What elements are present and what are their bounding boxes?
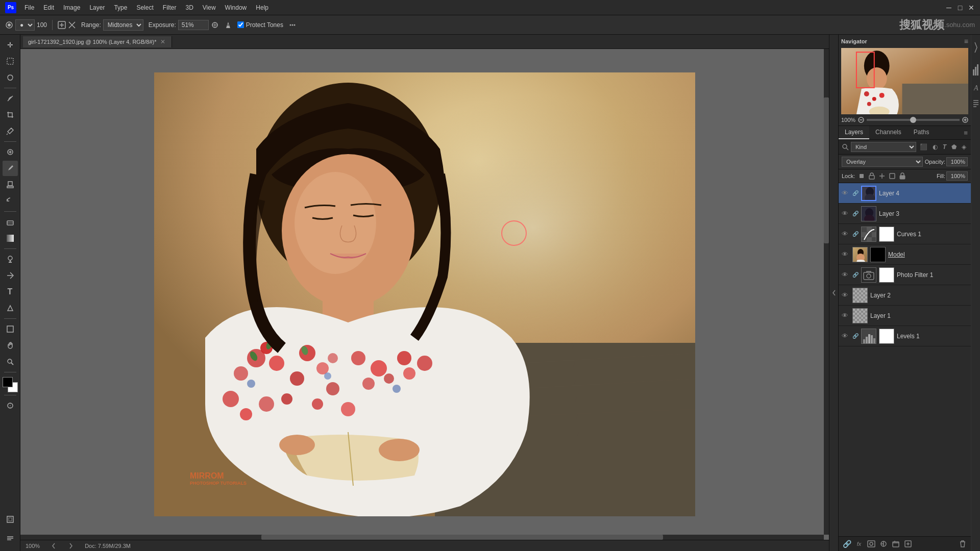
navigator-menu-btn[interactable]: ≡ bbox=[964, 37, 968, 45]
stamp-tool[interactable] bbox=[3, 177, 18, 192]
blend-mode-select[interactable]: Overlay bbox=[842, 157, 923, 167]
marquee-tool[interactable] bbox=[3, 54, 18, 69]
filter-shape-icon[interactable]: ⬟ bbox=[950, 142, 958, 152]
right-histogram-icon[interactable] bbox=[972, 62, 979, 77]
minimize-button[interactable]: ─ bbox=[945, 4, 952, 11]
layers-panel-menu-btn[interactable]: ≡ bbox=[961, 126, 971, 139]
zoom-slider-thumb[interactable] bbox=[910, 117, 916, 123]
menu-layer[interactable]: Layer bbox=[85, 2, 109, 13]
airbrush-icon[interactable] bbox=[224, 21, 232, 29]
close-button[interactable]: ✕ bbox=[968, 4, 975, 11]
eyedropper-tool[interactable] bbox=[3, 123, 18, 139]
tab-channels[interactable]: Channels bbox=[869, 126, 908, 139]
menu-file[interactable]: File bbox=[20, 2, 38, 13]
shape-tool[interactable] bbox=[3, 321, 18, 337]
layer-item-layer3[interactable]: 👁 🔗 Layer 3 bbox=[839, 204, 971, 224]
layer-item-levels1[interactable]: 👁 🔗 Levels 1 bbox=[839, 326, 971, 346]
pen-tool[interactable] bbox=[3, 268, 18, 283]
layer-visibility-model[interactable]: 👁 bbox=[842, 251, 850, 258]
quick-selection-tool[interactable] bbox=[3, 91, 18, 106]
tab-close-button[interactable]: ✕ bbox=[159, 38, 166, 45]
extra-icon[interactable] bbox=[288, 21, 297, 29]
layer-effects-btn[interactable]: fx bbox=[854, 539, 864, 549]
exposure-input[interactable] bbox=[178, 20, 209, 30]
v-scrollbar[interactable] bbox=[824, 49, 829, 535]
panel-collapse-btn[interactable] bbox=[829, 35, 838, 551]
layer-item-photofilter1[interactable]: 👁 🔗 Photo Filter 1 bbox=[839, 265, 971, 285]
right-collapse-icon[interactable] bbox=[972, 37, 979, 58]
zoom-tool[interactable] bbox=[3, 354, 18, 369]
new-layer-btn[interactable] bbox=[903, 539, 913, 549]
nav-arrow-left[interactable] bbox=[50, 542, 57, 549]
layer-item-layer1[interactable]: 👁 Layer 1 bbox=[839, 306, 971, 326]
maximize-button[interactable]: □ bbox=[957, 4, 964, 11]
tab-paths[interactable]: Paths bbox=[908, 126, 936, 139]
menu-image[interactable]: Image bbox=[59, 2, 84, 13]
opacity-input[interactable] bbox=[946, 157, 968, 166]
layer-item-layer4[interactable]: 👁 🔗 Layer 4 bbox=[839, 183, 971, 204]
color-swatches[interactable] bbox=[3, 377, 18, 392]
brush-size-select[interactable]: ● bbox=[15, 19, 35, 31]
menu-window[interactable]: Window bbox=[221, 2, 251, 13]
menu-view[interactable]: View bbox=[199, 2, 220, 13]
right-paragraph-icon[interactable] bbox=[972, 97, 979, 110]
document-tab[interactable]: girl-1721392_1920.jpg @ 100% (Layer 4, R… bbox=[23, 36, 172, 47]
protect-tones-checkbox[interactable] bbox=[237, 21, 244, 28]
foreground-color[interactable] bbox=[3, 377, 13, 387]
delete-layer-btn[interactable] bbox=[958, 539, 968, 549]
layer-filter-kind-select[interactable]: Kind bbox=[851, 142, 916, 152]
menu-edit[interactable]: Edit bbox=[39, 2, 58, 13]
zoom-out-icon[interactable] bbox=[858, 117, 864, 123]
brush-tool[interactable] bbox=[3, 161, 18, 176]
quick-mask-tool[interactable] bbox=[3, 398, 18, 413]
history-brush-tool[interactable] bbox=[3, 193, 18, 209]
layer-visibility-layer2[interactable]: 👁 bbox=[842, 291, 850, 299]
menu-type[interactable]: Type bbox=[110, 2, 131, 13]
eraser-tool[interactable] bbox=[3, 214, 18, 230]
extra-tools-btn[interactable] bbox=[3, 531, 18, 546]
layer-visibility-layer4[interactable]: 👁 bbox=[842, 189, 850, 197]
range-select[interactable]: Midtones bbox=[103, 19, 143, 31]
layer-link-photofilter1[interactable]: 🔗 bbox=[852, 272, 859, 278]
text-tool[interactable]: T bbox=[3, 284, 18, 299]
layer-visibility-layer1[interactable]: 👁 bbox=[842, 312, 850, 319]
layer-link-curves1[interactable]: 🔗 bbox=[852, 231, 859, 237]
menu-3d[interactable]: 3D bbox=[181, 2, 197, 13]
tool-mode-btn[interactable] bbox=[58, 21, 66, 29]
h-scroll-thumb[interactable] bbox=[261, 535, 663, 540]
canvas-wrapper[interactable]: MIRROM PHOTOSHOP TUTORIALS bbox=[20, 49, 829, 540]
menu-filter[interactable]: Filter bbox=[159, 2, 181, 13]
screen-mode-btn[interactable] bbox=[3, 512, 18, 527]
filter-smartobj-icon[interactable]: ◈ bbox=[960, 142, 968, 152]
dodge-tool[interactable] bbox=[3, 252, 18, 267]
lock-position-icon[interactable] bbox=[868, 172, 875, 180]
layer-item-layer2[interactable]: 👁 Layer 2 bbox=[839, 285, 971, 306]
filter-pixel-icon[interactable]: ⬛ bbox=[918, 142, 929, 152]
v-scroll-thumb[interactable] bbox=[824, 97, 829, 243]
layer-link-layer4[interactable]: 🔗 bbox=[852, 190, 859, 196]
tab-layers[interactable]: Layers bbox=[839, 126, 869, 139]
lasso-tool[interactable] bbox=[3, 70, 18, 85]
filter-text-icon[interactable]: T bbox=[941, 142, 948, 152]
lock-move-icon[interactable] bbox=[878, 172, 886, 180]
layer-visibility-curves1[interactable]: 👁 bbox=[842, 230, 850, 238]
layer-link-levels1[interactable]: 🔗 bbox=[852, 333, 859, 339]
menu-select[interactable]: Select bbox=[132, 2, 157, 13]
filter-adjust-icon[interactable]: ◐ bbox=[931, 142, 939, 152]
layer-item-model[interactable]: 👁 Model bbox=[839, 244, 971, 265]
layer-visibility-photofilter1[interactable]: 👁 bbox=[842, 271, 850, 279]
path-selection-tool[interactable] bbox=[3, 300, 18, 316]
layer-link-layer3[interactable]: 🔗 bbox=[852, 211, 859, 216]
lock-all-icon[interactable] bbox=[899, 172, 906, 180]
new-fill-adjustment-btn[interactable] bbox=[878, 539, 889, 549]
gradient-tool[interactable] bbox=[3, 231, 18, 246]
zoom-in-icon[interactable] bbox=[962, 117, 968, 123]
zoom-slider[interactable] bbox=[867, 119, 960, 121]
crop-tool[interactable] bbox=[3, 107, 18, 122]
link-layers-btn[interactable]: 🔗 bbox=[842, 539, 852, 549]
add-mask-btn[interactable] bbox=[866, 539, 876, 549]
hand-tool[interactable] bbox=[3, 338, 18, 353]
lock-pixels-icon[interactable] bbox=[858, 172, 865, 180]
menu-help[interactable]: Help bbox=[252, 2, 273, 13]
nav-arrow-right[interactable] bbox=[67, 542, 75, 549]
